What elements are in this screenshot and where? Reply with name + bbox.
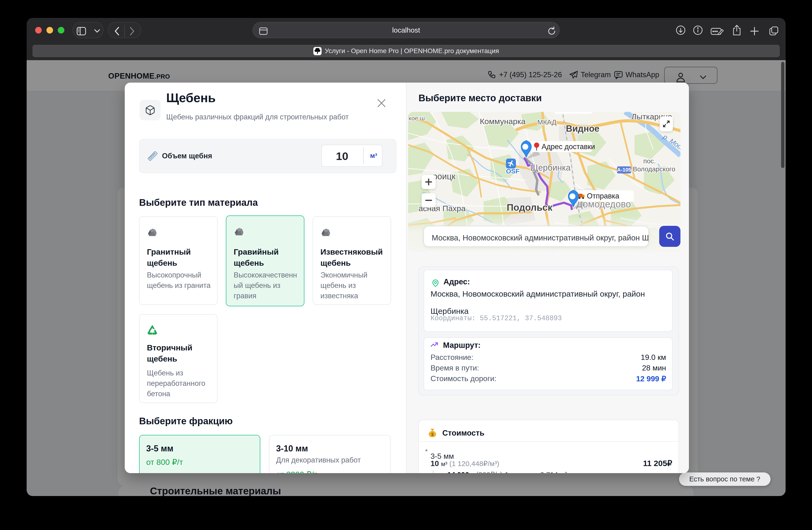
svg-text:Коммунарка: Коммунарка bbox=[480, 117, 525, 126]
svg-text:кое ш.: кое ш. bbox=[409, 115, 426, 122]
svg-text:Щербинка: Щербинка bbox=[530, 163, 571, 172]
svg-text:Адрес доставки: Адрес доставки bbox=[541, 142, 595, 151]
svg-text:А-105: А-105 bbox=[617, 167, 631, 173]
svg-text:роицк: роицк bbox=[433, 171, 455, 181]
svg-text:OSF: OSF bbox=[506, 168, 520, 175]
svg-text:Подольск: Подольск bbox=[507, 202, 553, 213]
svg-text:пос.: пос. bbox=[643, 157, 656, 165]
svg-text:Видное: Видное bbox=[566, 124, 599, 134]
svg-text:Володарского: Володарского bbox=[633, 165, 675, 173]
svg-text:$: $ bbox=[431, 432, 434, 437]
svg-text:МКАД: МКАД bbox=[537, 118, 556, 126]
svg-text:Отправка: Отправка bbox=[587, 192, 619, 200]
